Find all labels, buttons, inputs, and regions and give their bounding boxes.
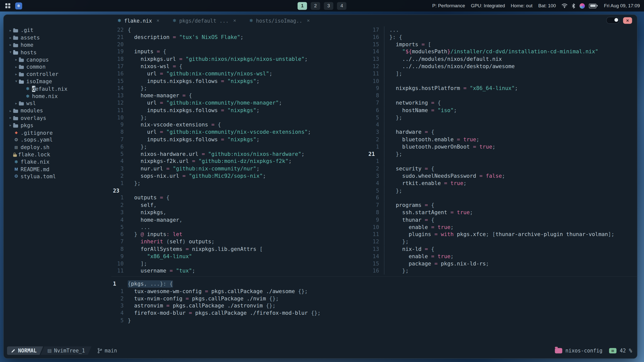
tree-item-home[interactable]: ▸home	[4, 41, 111, 49]
tree-item-controller[interactable]: ▸controller	[4, 70, 111, 78]
tree-item-pkgs[interactable]: ▸pkgs	[4, 122, 111, 129]
editor-bottom[interactable]: 1{pkgs, ...}: {1 tux-awesome-wm-config =…	[111, 276, 637, 345]
tree-item-canopus[interactable]: ▸canopus	[4, 56, 111, 63]
code-text: outputs = {	[128, 194, 170, 202]
chevron-closed-icon[interactable]: ▸	[8, 28, 13, 32]
chevron-closed-icon[interactable]: ▸	[8, 116, 13, 120]
cursor: d	[32, 86, 35, 92]
tab-pkgs-default[interactable]: ❄ pkgs/default ... ×	[168, 17, 241, 23]
tree-item-default.nix[interactable]: ❄default.nix	[4, 85, 111, 93]
chevron-open-icon[interactable]: ▾	[8, 50, 13, 54]
code-line: 23	[111, 187, 367, 194]
code-line: 10 enable = true;	[367, 223, 637, 231]
line-number: 16	[367, 267, 379, 275]
code-text: };	[128, 143, 147, 150]
tree-item-assets[interactable]: ▸assets	[4, 34, 111, 41]
tree-item-modules[interactable]: ▸modules	[4, 107, 111, 114]
chevron-closed-icon[interactable]: ▸	[8, 123, 13, 127]
workspace-2[interactable]: 2	[311, 2, 320, 10]
chevron-closed-icon[interactable]: ▸	[14, 58, 19, 62]
mode-indicator: NORMAL	[7, 346, 43, 355]
battery-icon[interactable]	[589, 4, 596, 8]
code-text	[384, 121, 389, 128]
code-line: 3 astronvim = pkgs.callPackage ./astronv…	[111, 302, 637, 309]
code-line: 6 } @ inputs: let	[111, 231, 367, 238]
line-number: 8	[111, 128, 124, 136]
line-number: 3	[367, 128, 379, 136]
code-line: 11 inputs.nixpkgs.follows = "nixpkgs";	[111, 107, 367, 114]
tree-item-home.nix[interactable]: ❄home.nix	[4, 93, 111, 100]
code-text	[384, 92, 389, 99]
code-text: tux-awesome-wm-config = pkgs.callPackage…	[128, 288, 308, 295]
code-line: 9 thunar = {	[367, 216, 637, 223]
tree-item-wsl[interactable]: ▸wsl	[4, 100, 111, 107]
code-text: enable = true;	[384, 253, 454, 260]
code-text: };	[384, 114, 402, 121]
nix-icon: ❄	[249, 18, 253, 23]
tree-item-flake.lock[interactable]: flake.lock	[4, 151, 111, 158]
app-launcher-icon[interactable]	[4, 2, 11, 9]
line-number: 11	[367, 70, 379, 77]
top-bar-left: ❄	[4, 2, 22, 9]
code-line: 14 "${modulesPath}/installer/cd-dvd/inst…	[367, 48, 637, 56]
close-icon[interactable]: ×	[156, 18, 159, 23]
chevron-closed-icon[interactable]: ▸	[8, 43, 13, 47]
line-number: 3	[111, 302, 124, 309]
workspace-4[interactable]: 4	[337, 2, 347, 10]
tree-item-stylua.toml[interactable]: ⚙stylua.toml	[4, 173, 111, 180]
code-line: 21 description = "tux's NixOS Flake";	[111, 34, 367, 41]
tree-item-.git[interactable]: ▸.git	[4, 27, 111, 34]
window-close-button[interactable]: ×	[623, 17, 632, 24]
chevron-closed-icon[interactable]: ▸	[14, 65, 19, 69]
tree-item-deploy.sh[interactable]: ▤deploy.sh	[4, 144, 111, 151]
workspace-1[interactable]: 1	[298, 2, 307, 10]
line-number: 4	[111, 158, 124, 165]
line-number: 2	[111, 172, 124, 180]
wifi-icon[interactable]	[561, 3, 568, 8]
titlebar-toggle[interactable]	[606, 17, 619, 24]
git-branch: main	[97, 347, 117, 353]
close-icon[interactable]: ×	[233, 18, 236, 23]
color-wheel-icon[interactable]	[580, 3, 585, 8]
code-text: ...	[384, 26, 399, 33]
editor-right[interactable]: 17...16}: {15 imports = [14 "${modulesPa…	[367, 26, 637, 276]
chevron-closed-icon[interactable]: ▸	[14, 101, 19, 105]
file-tree: ▸.git▸assets▸home▾hosts▸canopus▸common▸c…	[4, 26, 111, 345]
tree-item-isoImage[interactable]: ▾isoImage	[4, 78, 111, 85]
tree-item-common[interactable]: ▸common	[4, 63, 111, 70]
tree-item-flake.nix[interactable]: ❄flake.nix	[4, 158, 111, 165]
line-number: 5	[111, 317, 124, 324]
tree-item-label: flake.lock	[18, 151, 50, 157]
code-text: home-manager,	[128, 216, 182, 223]
chevron-open-icon[interactable]: ▾	[14, 79, 19, 83]
tree-item-README.md[interactable]: MREADME.md	[4, 165, 111, 173]
editor-main[interactable]: 22{21 description = "tux's NixOS Flake";…	[111, 26, 367, 276]
tab-flake-nix[interactable]: ❄ flake.nix ×	[112, 17, 164, 23]
code-text: security = {	[384, 165, 434, 172]
code-line: 2 self,	[111, 202, 367, 209]
tree-item-hosts[interactable]: ▾hosts	[4, 49, 111, 56]
tree-item-.sops.yaml[interactable]: ⚙.sops.yaml	[4, 136, 111, 144]
code-line: 1{pkgs, ...}: {	[111, 280, 637, 288]
code-line: 6 };	[111, 143, 367, 150]
bluetooth-icon[interactable]	[572, 3, 576, 8]
chevron-closed-icon[interactable]: ▸	[8, 109, 13, 113]
code-line: 8 url = "github:nix-community/nix-vscode…	[111, 128, 367, 136]
grid-icon	[5, 3, 10, 8]
code-line: 10 ];	[111, 260, 367, 267]
nix-logo-icon[interactable]: ❄	[15, 2, 22, 9]
tab-hosts-isoimage[interactable]: ❄ hosts/isoImag.. ×	[245, 17, 315, 23]
chevron-closed-icon[interactable]: ▸	[14, 72, 19, 76]
code-text: ssh.startAgent = true;	[384, 209, 473, 216]
tree-item-.gitignore[interactable]: ◆.gitignore	[4, 129, 111, 136]
code-line: 18 nixpkgs.url = "github:nixos/nixpkgs/n…	[111, 56, 367, 63]
close-icon[interactable]: ×	[307, 18, 310, 23]
code-text: self,	[128, 202, 157, 209]
code-line: 1 tux-awesome-wm-config = pkgs.callPacka…	[111, 288, 637, 295]
chevron-closed-icon[interactable]: ▸	[8, 36, 13, 40]
line-number: 3	[367, 172, 379, 180]
code-text: forAllSystems = nixpkgs.lib.genAttrs [	[128, 245, 263, 253]
tree-item-overlays[interactable]: ▸overlays	[4, 114, 111, 122]
workspace-3[interactable]: 3	[324, 2, 333, 10]
folder-icon	[13, 117, 18, 120]
